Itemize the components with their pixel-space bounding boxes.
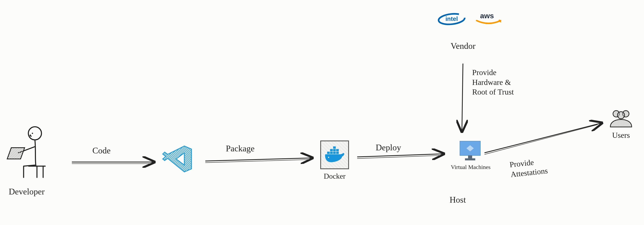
- arrow-package: [205, 158, 312, 163]
- svg-line-25: [205, 158, 312, 161]
- vendor-label: Vendor: [450, 41, 476, 51]
- svg-rect-15: [468, 156, 472, 158]
- users-icon: [608, 109, 634, 129]
- arrow-provide-hw: [462, 64, 463, 131]
- svg-point-22: [618, 112, 625, 119]
- edge-attest-label: Provide Attestations: [509, 156, 548, 179]
- svg-text:intel: intel: [446, 15, 458, 22]
- vm-node: Virtual Machines: [450, 140, 490, 171]
- vscode-node: [162, 144, 193, 174]
- arrow-code: [72, 162, 154, 164]
- developer-node: Developer: [4, 125, 49, 197]
- vendor-logos: intel aws: [437, 10, 503, 28]
- arrow-attest: [484, 123, 602, 154]
- svg-line-28: [357, 156, 439, 159]
- docker-label: Docker: [324, 172, 346, 181]
- arrows-layer: [0, 0, 644, 225]
- svg-rect-7: [330, 149, 333, 151]
- svg-rect-5: [333, 152, 336, 154]
- users-node: Users: [608, 109, 634, 140]
- svg-point-11: [328, 157, 329, 158]
- svg-rect-8: [333, 149, 336, 151]
- edge-deploy-label: Deploy: [376, 143, 401, 152]
- vm-label: Virtual Machines: [451, 164, 490, 171]
- docker-node: Docker: [320, 141, 349, 181]
- svg-rect-10: [333, 146, 336, 149]
- vm-icon: [458, 140, 482, 162]
- svg-rect-9: [336, 149, 339, 151]
- svg-line-26: [205, 160, 308, 163]
- host-label: Host: [450, 195, 466, 205]
- svg-marker-2: [7, 148, 25, 159]
- vscode-icon: [162, 144, 193, 174]
- edge-package-label: Package: [226, 144, 254, 153]
- developer-icon: [4, 125, 49, 179]
- svg-point-0: [28, 127, 42, 140]
- aws-logo-icon: aws: [474, 10, 503, 28]
- svg-line-27: [357, 154, 444, 157]
- users-label: Users: [612, 131, 630, 140]
- svg-line-29: [462, 64, 463, 131]
- svg-line-30: [484, 123, 602, 153]
- edge-provide-hw-label: Provide Hardware & Root of Trust: [472, 68, 514, 97]
- intel-logo-icon: intel: [437, 12, 466, 26]
- docker-icon: [323, 146, 346, 164]
- svg-line-31: [484, 125, 598, 154]
- svg-rect-16: [465, 158, 475, 160]
- docker-box: [320, 141, 349, 169]
- svg-text:aws: aws: [480, 12, 494, 20]
- svg-rect-6: [336, 152, 339, 154]
- svg-rect-4: [330, 152, 333, 154]
- svg-rect-3: [327, 152, 330, 154]
- developer-label: Developer: [9, 187, 45, 197]
- svg-point-1: [32, 133, 33, 134]
- arrow-deploy: [357, 154, 444, 159]
- edge-code-label: Code: [92, 146, 111, 156]
